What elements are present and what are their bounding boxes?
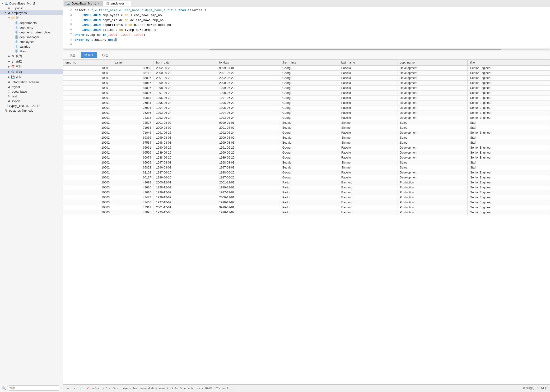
cell-r9-c6: Development: [397, 110, 467, 115]
cell-r19-c3: 1998-08-03: [217, 160, 280, 165]
sidebar-item-__public[interactable]: 🗂__public: [0, 6, 63, 10]
table-row[interactable]: 10001800131996-06-231997-06-23GeorgiFace…: [63, 95, 550, 100]
table-row[interactable]: 10002658281996-08-031997-08-03BezalelSim…: [63, 165, 550, 170]
sidebar-item-departments[interactable]: departments: [0, 20, 63, 25]
sidebar-item-titles[interactable]: titles: [0, 49, 63, 54]
table-row[interactable]: 10002719632000-08-022001-08-02BezalelSim…: [63, 125, 550, 130]
add-row-button[interactable]: ＋: [65, 386, 71, 391]
table-row[interactable]: 10001665961989-06-251990-06-25GeorgiFace…: [63, 150, 550, 155]
table-row[interactable]: 10001851122000-06-222001-06-22GeorgiFace…: [63, 70, 550, 75]
sidebar-item-查询[interactable]: ▶🔍查询: [0, 69, 63, 74]
tree-arrow-postgres_flink: [1, 109, 4, 112]
table-row[interactable]: 10001621021987-06-261988-06-25GeorgiFace…: [63, 170, 550, 175]
sidebar-label-函数: 函数: [16, 59, 22, 63]
tree-icon-schema: 🗂: [7, 11, 11, 15]
sidebar-item-test[interactable]: 🗂test: [0, 94, 63, 98]
table-row[interactable]: 10001601171986-06-261987-06-26GeorgiFace…: [63, 175, 550, 180]
tree-icon-backup-group: 💾: [11, 75, 15, 79]
cell-r11-c6: Sales: [397, 120, 467, 125]
confirm-button[interactable]: ✓: [79, 386, 84, 391]
table-row[interactable]: 10001768841995-06-241996-06-23GeorgiFace…: [63, 100, 550, 105]
sidebar-label-dept_emp: dept_emp: [20, 26, 33, 29]
table-row[interactable]: 10002675341998-08-031999-08-03BezalelSim…: [63, 140, 550, 145]
sidebar-item-函数[interactable]: ▶ƒ函数: [0, 59, 63, 64]
sidebar-item-information_schema[interactable]: 🗂information_schema: [0, 80, 63, 84]
tab-employees[interactable]: 📋 employees ✕: [103, 1, 131, 7]
table-row[interactable]: 10001759941994-06-241995-06-24GeorgiFace…: [63, 105, 550, 110]
sidebar-item-dept_manager[interactable]: dept_manager: [0, 35, 63, 39]
editor-line-5: 5 INNER JOIN departments d on d.dept_no=…: [63, 23, 550, 28]
sidebar-item-employees[interactable]: ▼🗂employees: [0, 10, 63, 15]
sidebar-label-视图: 视图: [16, 54, 22, 58]
table-row[interactable]: 10001710461991-06-251992-06-24GeorgiFace…: [63, 130, 550, 135]
sidebar-item-dept_emp[interactable]: dept_emp: [0, 25, 63, 30]
tab-oceanbase-close[interactable]: ✕: [98, 2, 99, 5]
scrollbar-thumb[interactable]: [210, 49, 501, 50]
table-row[interactable]: 10001810971998-06-231999-06-23GeorgiFace…: [63, 85, 550, 90]
sidebar-item-事件[interactable]: ▶⏰事件: [0, 64, 63, 69]
cell-r12-c5: Simmel: [339, 125, 397, 130]
cell-r9-c0: 10001: [63, 110, 112, 115]
result-tab-信息[interactable]: 信息: [66, 52, 79, 58]
cell-r29-c5: Bamford: [339, 210, 397, 215]
table-row[interactable]: 10003436361998-12-021999-12-02PartoBamfo…: [63, 185, 550, 190]
sidebar-item-表[interactable]: ▼表: [0, 15, 63, 20]
results-table-container[interactable]: emp_nosalaryfrom_dateto_datefirst_namela…: [63, 59, 550, 385]
table-row[interactable]: 10001850972001-06-222002-06-22GeorgiFace…: [63, 75, 550, 80]
editor-content[interactable]: 2select s.*,e.first_name,e.last_name,d.d…: [63, 7, 550, 48]
editor-scrollbar[interactable]: [63, 48, 550, 51]
table-row[interactable]: 10001889582002-06-229999-01-01GeorgiFace…: [63, 65, 550, 70]
result-tab-结果1[interactable]: 结果 1: [81, 52, 97, 58]
cell-r29-c4: Parto: [280, 210, 339, 215]
tree-arrow-information_schema: [4, 81, 7, 84]
cell-r5-c1: 81025: [112, 90, 154, 95]
sidebar-item-oceanbase_mq_t1[interactable]: ▼🌊OceanBase_Mq_t1: [0, 1, 63, 6]
sidebar-item-mysql[interactable]: 🗂mysql: [0, 84, 63, 89]
tab-employees-close[interactable]: ✕: [126, 2, 128, 5]
delete-row-button[interactable]: －: [72, 386, 77, 391]
table-row[interactable]: 10003436992000-12-012001-12-01PartoBamfo…: [63, 180, 550, 185]
table-row[interactable]: 10001743331992-06-241993-06-24GeorgiFace…: [63, 115, 550, 120]
cell-r14-c0: 10002: [63, 135, 112, 140]
search-input[interactable]: [7, 385, 61, 391]
table-row[interactable]: 10002659091997-08-031998-08-03BezalelSim…: [63, 160, 550, 165]
table-row[interactable]: 10001752861993-06-241994-06-24GeorgiFace…: [63, 110, 550, 115]
editor-line-3: 3 INNER JOIN employees e on s.emp_no=e.e…: [63, 13, 550, 18]
cell-r0-c0: 10001: [63, 65, 112, 70]
table-row[interactable]: 10001849171999-06-232000-06-22GeorgiFace…: [63, 80, 550, 85]
cell-r13-c4: Georgi: [280, 130, 339, 135]
table-row[interactable]: 10003436161996-12-021997-12-02PartoBamfo…: [63, 190, 550, 195]
cell-r4-c6: Development: [397, 85, 467, 90]
cell-r3-c5: Facello: [339, 80, 397, 85]
table-row[interactable]: 10003434781999-12-022000-12-01PartoBamfo…: [63, 195, 550, 200]
table-row[interactable]: 10001669611990-06-251991-06-25GeorgiFace…: [63, 145, 550, 150]
table-row[interactable]: 10001810251997-06-231998-06-23GeorgiFace…: [63, 90, 550, 95]
cancel-button[interactable]: ✕: [85, 386, 90, 391]
sidebar-item-salaries[interactable]: salaries: [0, 44, 63, 49]
scrollbar-track[interactable]: [64, 49, 549, 50]
table-row[interactable]: 10002725272001-08-029999-01-01BezalelSim…: [63, 120, 550, 125]
sidebar-item-postgres_flink[interactable]: 🐘postgres-flink-cdc: [0, 108, 63, 113]
sidebar-item-zypcy[interactable]: 🗂zypcy: [0, 98, 63, 103]
sidebar-item-备份[interactable]: ▶💾备份: [0, 74, 63, 80]
cell-r25-c5: Bamford: [339, 190, 397, 195]
tab-oceanbase[interactable]: 🌊 OceanBase_Mq_t1 ✕: [64, 1, 102, 6]
cell-r11-c5: Simmel: [339, 120, 397, 125]
search-icon: 🔍: [2, 386, 6, 390]
tree-icon-table: [15, 40, 19, 44]
sidebar-item-视图[interactable]: ▶👁视图: [0, 54, 63, 59]
table-row[interactable]: 10003430951995-12-031996-12-02PartoBamfo…: [63, 210, 550, 215]
table-row[interactable]: 10003433112001-12-019999-01-01PartoBamfo…: [63, 205, 550, 210]
cell-r4-c5: Facello: [339, 85, 397, 90]
sidebar-item-zypcy_server[interactable]: 📄zypcy_120.25.192.171: [0, 103, 63, 108]
cell-r12-c2: 2000-08-02: [153, 125, 217, 130]
sidebar-item-oceanbase[interactable]: 🗂oceanbase: [0, 89, 63, 94]
result-tab-状态[interactable]: 状态: [99, 52, 112, 58]
results-table: emp_nosalaryfrom_dateto_datefirst_namela…: [63, 59, 550, 215]
sidebar-item-employees_tbl[interactable]: employees: [0, 39, 63, 44]
tree-icon-server: 📄: [4, 104, 8, 108]
table-row[interactable]: 10003434661997-12-021998-12-02PartoBamfo…: [63, 200, 550, 205]
sidebar-item-dept_emp_latest_date[interactable]: dept_emp_latest_date: [0, 30, 63, 35]
table-row[interactable]: 10002693661999-08-032000-08-02BezalelSim…: [63, 135, 550, 140]
table-row[interactable]: 10001660741988-06-251989-06-25GeorgiFace…: [63, 155, 550, 160]
